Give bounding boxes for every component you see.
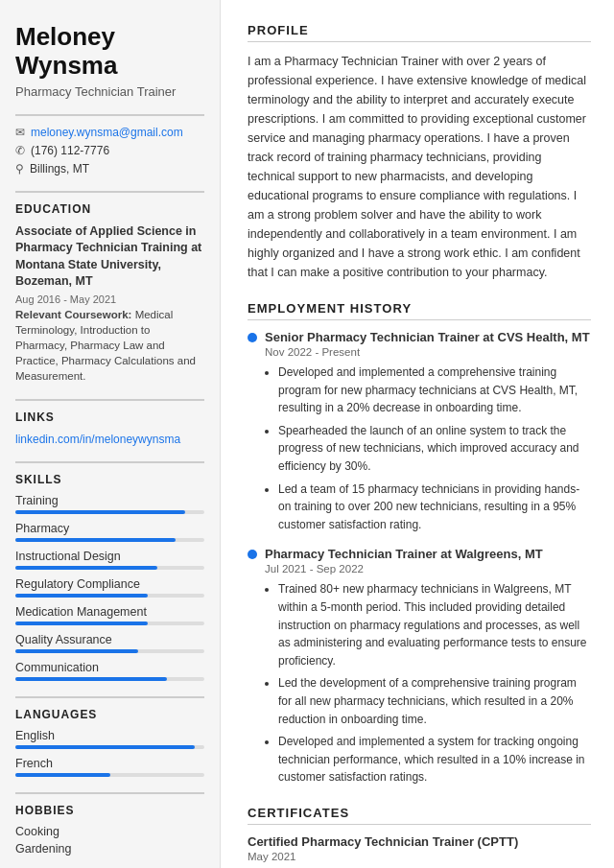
hobby-item: Cooking <box>15 825 204 838</box>
location-value: Billings, MT <box>30 162 89 176</box>
divider-edu <box>15 191 204 193</box>
job-title: Pharmacy Technician Trainer at Walgreens… <box>265 547 543 561</box>
skills-list: Training Pharmacy Instructional Design R… <box>15 494 204 681</box>
skills-heading: SKILLS <box>15 473 204 486</box>
skill-bar-fill <box>15 649 138 653</box>
skill-bar-bg <box>15 594 204 598</box>
skill-item: Medication Management <box>15 605 204 625</box>
skill-label: Quality Assurance <box>15 633 204 646</box>
linkedin-link[interactable]: linkedin.com/in/meloneywynsma <box>15 433 180 446</box>
language-item: English <box>15 729 204 749</box>
job-dot <box>248 550 257 559</box>
phone-value: (176) 112-7776 <box>31 144 109 157</box>
contact-email: ✉ meloney.wynsma@gmail.com <box>15 126 204 139</box>
job-item: Senior Pharmacy Technician Trainer at CV… <box>248 330 591 533</box>
skill-item: Instructional Design <box>15 550 204 570</box>
skill-bar-fill <box>15 510 185 514</box>
skill-label: Communication <box>15 661 204 674</box>
job-bullet: Led the development of a comprehensive t… <box>278 674 591 728</box>
email-link[interactable]: meloney.wynsma@gmail.com <box>31 126 183 139</box>
languages-list: English French <box>15 729 204 777</box>
profile-heading: PROFILE <box>248 23 591 42</box>
cert-date: May 2021 <box>248 851 591 862</box>
job-bullets: Developed and implemented a comprehensiv… <box>265 364 591 533</box>
skill-bar-bg <box>15 677 204 681</box>
job-period: Jul 2021 - Sep 2022 <box>265 563 591 575</box>
jobs-list: Senior Pharmacy Technician Trainer at CV… <box>248 330 591 786</box>
skill-bar-bg <box>15 566 204 570</box>
language-label: English <box>15 729 204 742</box>
job-period: Nov 2022 - Present <box>265 346 591 358</box>
employment-section: EMPLOYMENT HISTORY Senior Pharmacy Techn… <box>248 301 591 786</box>
email-icon: ✉ <box>15 126 25 139</box>
links-section: LINKS linkedin.com/in/meloneywynsma <box>15 411 204 446</box>
hobbies-section: HOBBIES CookingGardening <box>15 804 204 856</box>
phone-icon: ✆ <box>15 144 25 157</box>
language-bar-fill <box>15 745 195 749</box>
job-bullet: Developed and implemented a system for t… <box>278 733 591 786</box>
job-bullet: Led a team of 15 pharmacy technicians in… <box>278 481 591 534</box>
skill-bar-fill <box>15 677 167 681</box>
skill-bar-bg <box>15 649 204 653</box>
certificates-section: CERTIFICATES Certified Pharmacy Technici… <box>248 806 591 868</box>
skill-item: Quality Assurance <box>15 633 204 653</box>
skill-bar-bg <box>15 622 204 625</box>
certificate-item: Certified Pharmacy Technician Trainer (C… <box>248 834 591 862</box>
main-content: PROFILE I am a Pharmacy Technician Train… <box>221 0 614 868</box>
skill-label: Medication Management <box>15 605 204 619</box>
hobby-item: Gardening <box>15 842 204 856</box>
hobbies-list: CookingGardening <box>15 825 204 856</box>
sidebar: Meloney Wynsma Pharmacy Technician Train… <box>0 0 221 868</box>
divider-links <box>15 399 204 401</box>
skills-section: SKILLS Training Pharmacy Instructional D… <box>15 473 204 681</box>
links-heading: LINKS <box>15 411 204 424</box>
candidate-name: Meloney Wynsma <box>15 23 204 81</box>
job-header: Pharmacy Technician Trainer at Walgreens… <box>248 547 591 561</box>
skill-bar-bg <box>15 510 204 514</box>
skill-label: Instructional Design <box>15 550 204 563</box>
hobbies-heading: HOBBIES <box>15 804 204 817</box>
skill-bar-bg <box>15 538 204 542</box>
edu-degree: Associate of Applied Science in Pharmacy… <box>15 223 204 291</box>
languages-section: LANGUAGES English French <box>15 708 204 777</box>
certs-list: Certified Pharmacy Technician Trainer (C… <box>248 834 591 868</box>
language-label: French <box>15 757 204 770</box>
language-bar-fill <box>15 773 110 777</box>
edu-coursework: Relevant Coursework: Medical Terminology… <box>15 307 204 384</box>
resume-wrapper: Meloney Wynsma Pharmacy Technician Train… <box>0 0 614 868</box>
divider-contact <box>15 114 204 116</box>
skill-bar-fill <box>15 622 148 625</box>
job-title: Senior Pharmacy Technician Trainer at CV… <box>265 330 590 344</box>
skill-bar-fill <box>15 566 157 570</box>
language-bar-bg <box>15 745 204 749</box>
divider-languages <box>15 696 204 698</box>
divider-hobbies <box>15 792 204 794</box>
name-block: Meloney Wynsma Pharmacy Technician Train… <box>15 23 204 99</box>
contact-location: ⚲ Billings, MT <box>15 162 204 176</box>
location-icon: ⚲ <box>15 162 24 176</box>
employment-heading: EMPLOYMENT HISTORY <box>248 301 591 320</box>
language-item: French <box>15 757 204 777</box>
skill-item: Training <box>15 494 204 514</box>
skill-item: Pharmacy <box>15 522 204 542</box>
edu-period: Aug 2016 - May 2021 <box>15 293 204 305</box>
skill-bar-fill <box>15 594 148 598</box>
candidate-title: Pharmacy Technician Trainer <box>15 84 204 99</box>
skill-label: Pharmacy <box>15 522 204 535</box>
job-dot <box>248 333 257 342</box>
job-bullet: Developed and implemented a comprehensiv… <box>278 364 591 417</box>
certificates-heading: CERTIFICATES <box>248 806 591 825</box>
profile-text: I am a Pharmacy Technician Trainer with … <box>248 52 591 282</box>
skill-label: Regulatory Compliance <box>15 577 204 591</box>
job-bullet: Trained 80+ new pharmacy technicians in … <box>278 580 591 669</box>
skill-bar-fill <box>15 538 176 542</box>
job-bullet: Spearheaded the launch of an online syst… <box>278 422 591 476</box>
language-bar-bg <box>15 773 204 777</box>
divider-skills <box>15 461 204 463</box>
education-section: EDUCATION Associate of Applied Science i… <box>15 202 204 384</box>
contact-phone: ✆ (176) 112-7776 <box>15 144 204 157</box>
contact-section: ✉ meloney.wynsma@gmail.com ✆ (176) 112-7… <box>15 126 204 176</box>
skill-label: Training <box>15 494 204 507</box>
skill-item: Regulatory Compliance <box>15 577 204 598</box>
skill-item: Communication <box>15 661 204 681</box>
